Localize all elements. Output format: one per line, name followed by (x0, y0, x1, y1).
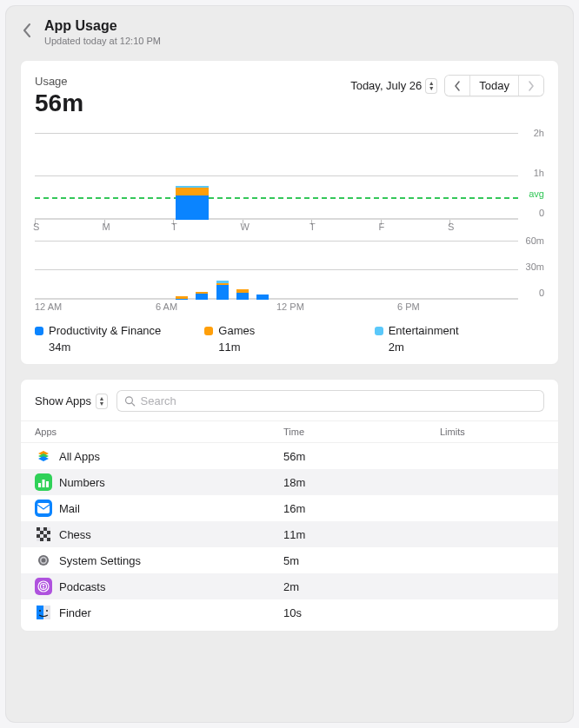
mail-icon (35, 500, 52, 517)
week-y-labels: 2h 1h avg 0 (520, 128, 544, 235)
day-x-labels: 12 AM 6 AM 12 PM 6 PM (35, 301, 518, 315)
day-bar-8am (196, 292, 208, 300)
table-header: Apps Time Limits (21, 420, 558, 443)
podcasts-icon (35, 578, 52, 595)
ylabel-2h: 2h (534, 128, 544, 138)
date-select[interactable]: Today, July 26 ▲▼ (350, 76, 437, 96)
numbers-icon (35, 473, 52, 491)
col-time[interactable]: Time (283, 427, 440, 437)
app-time: 11m (283, 528, 440, 541)
legend-value-ent: 2m (389, 341, 544, 354)
usage-label: Usage (35, 75, 83, 88)
updown-icon: ▲▼ (425, 78, 437, 94)
legend-item-games: Games 11m (204, 324, 374, 354)
screen-time-window: App Usage Updated today at 12:10 PM Usag… (6, 6, 573, 722)
dx-6am: 6 AM (156, 301, 177, 312)
svg-rect-13 (47, 531, 50, 534)
day-bar-9am (216, 281, 229, 300)
table-row[interactable]: Chess11m (21, 521, 558, 547)
app-time: 16m (283, 502, 440, 515)
wk-t1: T (171, 222, 177, 232)
page-subtitle: Updated today at 12:10 PM (44, 36, 161, 46)
apps-header: Show Apps ▲▼ (21, 390, 558, 420)
svg-rect-25 (43, 606, 50, 619)
svg-point-20 (42, 559, 46, 563)
legend-value-prod: 34m (49, 341, 204, 354)
header-titles: App Usage Updated today at 12:10 PM (44, 18, 161, 46)
svg-rect-10 (37, 527, 40, 531)
app-time: 18m (283, 476, 440, 489)
table-row[interactable]: Numbers18m (21, 469, 558, 495)
svg-rect-5 (38, 483, 41, 487)
svg-point-23 (43, 585, 44, 586)
table-row[interactable]: Podcasts2m (21, 573, 558, 599)
usage-card: Usage 56m Today, July 26 ▲▼ Today (20, 60, 559, 365)
svg-point-27 (46, 610, 48, 612)
app-name: Numbers (59, 476, 105, 489)
svg-line-1 (132, 403, 135, 406)
legend-item-ent: Entertainment 2m (375, 324, 544, 354)
usage-summary: Usage 56m (35, 75, 83, 117)
app-name: All Apps (59, 450, 100, 463)
legend-label-games: Games (218, 324, 255, 337)
search-input[interactable] (141, 394, 536, 407)
swatch-prod (35, 327, 43, 335)
swatch-ent (375, 327, 383, 335)
app-time: 5m (283, 554, 440, 567)
legend-label-ent: Entertainment (389, 324, 459, 337)
usage-top-row: Usage 56m Today, July 26 ▲▼ Today (35, 75, 544, 117)
app-name: Finder (59, 606, 91, 619)
app-time: 10s (283, 606, 440, 619)
svg-rect-15 (43, 534, 47, 538)
bar-seg-games (176, 188, 209, 195)
svg-rect-16 (40, 538, 43, 541)
app-time: 56m (283, 450, 440, 463)
svg-rect-12 (40, 531, 43, 534)
dylabel-0: 0 (539, 288, 544, 298)
svg-rect-14 (37, 534, 40, 538)
svg-rect-6 (43, 480, 45, 487)
day-chart: 60m 30m 0 (35, 241, 544, 315)
table-row[interactable]: All Apps56m (21, 443, 558, 469)
col-limits[interactable]: Limits (440, 427, 544, 437)
wk-t2: T (309, 222, 316, 232)
chess-icon (35, 526, 52, 543)
layers-icon (35, 447, 52, 465)
col-apps[interactable]: Apps (35, 427, 283, 437)
prev-button[interactable] (445, 76, 469, 96)
app-name: Podcasts (59, 580, 105, 593)
legend: Productivity & Finance 34m Games 11m Ent… (35, 324, 544, 354)
svg-rect-24 (37, 606, 43, 619)
usage-total: 56m (35, 89, 83, 117)
show-apps-label: Show Apps (35, 394, 91, 407)
day-bars (35, 241, 518, 300)
table-row[interactable]: System Settings5m (21, 547, 558, 573)
dx-12pm: 12 PM (276, 301, 304, 312)
dylabel-30: 30m (526, 261, 544, 272)
table-row[interactable]: Mail16m (21, 495, 558, 521)
today-button[interactable]: Today (469, 76, 518, 96)
app-cell: Finder (35, 604, 283, 621)
svg-rect-8 (37, 503, 50, 513)
usage-controls: Today, July 26 ▲▼ Today (350, 75, 544, 96)
next-button[interactable] (518, 76, 543, 96)
app-name: Mail (59, 502, 80, 515)
back-button[interactable] (20, 20, 34, 41)
ylabel-1h: 1h (534, 168, 544, 178)
swatch-games (204, 327, 213, 335)
legend-item-prod: Productivity & Finance 34m (35, 324, 204, 354)
search-icon (124, 395, 136, 407)
app-time: 2m (283, 580, 440, 593)
app-cell: Numbers (35, 473, 283, 491)
table-row[interactable]: Finder10s (21, 599, 558, 625)
dylabel-60: 60m (526, 235, 544, 246)
ylabel-0: 0 (539, 208, 544, 218)
finder-icon (35, 604, 52, 621)
svg-marker-4 (38, 456, 49, 461)
app-cell: All Apps (35, 447, 283, 465)
svg-rect-11 (43, 527, 47, 531)
svg-rect-7 (46, 481, 49, 487)
search-field[interactable] (116, 390, 544, 412)
show-apps-select[interactable]: Show Apps ▲▼ (35, 394, 108, 409)
apps-card: Show Apps ▲▼ Apps Time Limits All Apps56… (20, 379, 559, 632)
